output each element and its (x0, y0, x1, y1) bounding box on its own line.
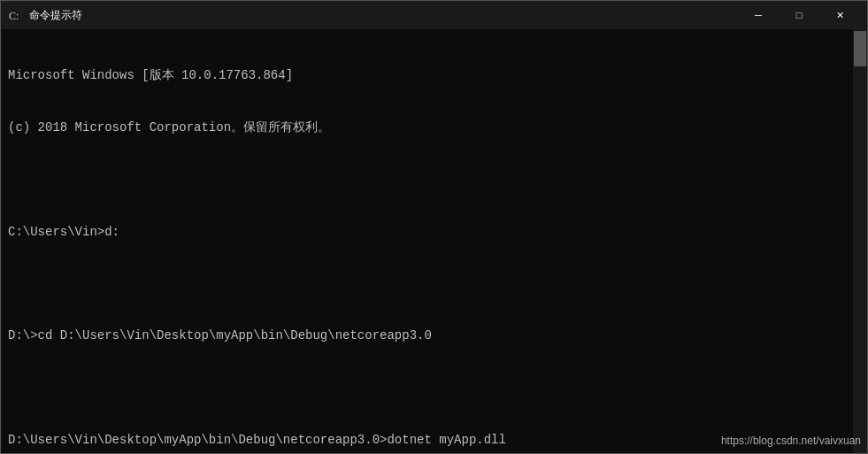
console-line-7 (8, 380, 846, 397)
cmd-window: C: 命令提示符 ─ □ ✕ Microsoft Windows [版本 10.… (0, 0, 868, 454)
console-area[interactable]: Microsoft Windows [版本 10.0.17763.864] (c… (1, 29, 867, 453)
console-output: Microsoft Windows [版本 10.0.17763.864] (c… (1, 29, 853, 453)
scrollbar-thumb[interactable] (854, 31, 866, 66)
title-bar-controls: ─ □ ✕ (738, 1, 860, 29)
svg-text:C:: C: (9, 10, 19, 22)
scrollbar[interactable] (853, 29, 867, 453)
minimize-button[interactable]: ─ (738, 1, 779, 29)
watermark: https://blog.csdn.net/vaivxuan (721, 435, 861, 447)
close-button[interactable]: ✕ (819, 1, 860, 29)
console-line-4: C:\Users\Vin>d: (8, 224, 846, 242)
window-title: 命令提示符 (29, 8, 82, 23)
console-line-2: (c) 2018 Microsoft Corporation。保留所有权利。 (8, 119, 846, 137)
title-bar: C: 命令提示符 ─ □ ✕ (1, 1, 867, 29)
cmd-icon: C: (8, 8, 22, 22)
console-line-5 (8, 275, 846, 293)
console-line-1: Microsoft Windows [版本 10.0.17763.864] (8, 67, 846, 85)
console-line-3 (8, 172, 846, 189)
title-bar-left: C: 命令提示符 (8, 8, 82, 23)
maximize-button[interactable]: □ (779, 1, 819, 29)
console-line-6: D:\>cd D:\Users\Vin\Desktop\myApp\bin\De… (8, 327, 846, 345)
